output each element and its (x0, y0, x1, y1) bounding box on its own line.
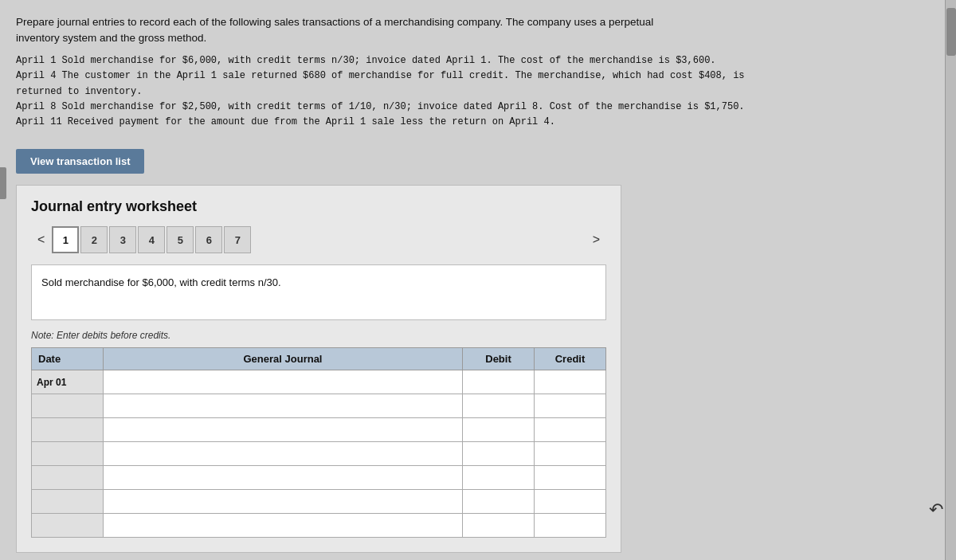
tab-2[interactable]: 2 (80, 226, 108, 253)
debit-input-4[interactable] (468, 448, 529, 460)
col-credit: Credit (535, 348, 606, 370)
credit-cell-2[interactable] (535, 394, 606, 418)
transaction-description: Sold merchandise for $6,000, with credit… (31, 264, 606, 320)
cursor-icon: ↶ (929, 499, 943, 520)
table-row (32, 442, 606, 466)
journal-cell-3[interactable] (104, 418, 463, 442)
debit-cell-4[interactable] (463, 442, 535, 466)
left-accent (0, 167, 6, 199)
journal-input-4[interactable] (108, 448, 457, 460)
instructions-block: Prepare journal entries to record each o… (16, 14, 940, 130)
instruction-line-1: April 1 Sold merchandise for $6,000, wit… (16, 53, 940, 130)
credit-input-5[interactable] (539, 472, 601, 484)
col-debit: Debit (463, 348, 535, 370)
tab-5[interactable]: 5 (167, 226, 194, 253)
credit-cell-7[interactable] (535, 514, 606, 538)
debit-input-7[interactable] (468, 520, 529, 531)
debit-cell-6[interactable] (463, 490, 535, 514)
worksheet-title: Journal entry worksheet (31, 198, 606, 215)
table-row (32, 490, 606, 514)
tabs-row: < 1 2 3 4 5 6 7 > (31, 226, 606, 253)
tab-6[interactable]: 6 (195, 226, 222, 253)
journal-input-1[interactable] (108, 377, 457, 388)
note-text: Note: Enter debits before credits. (31, 330, 606, 341)
journal-input-3[interactable] (108, 425, 457, 436)
journal-cell-1[interactable] (104, 370, 463, 394)
col-general-journal: General Journal (104, 348, 463, 370)
journal-input-7[interactable] (108, 520, 457, 531)
date-cell-5 (32, 466, 104, 490)
credit-input-7[interactable] (539, 520, 601, 531)
tab-prev-arrow[interactable]: < (31, 229, 51, 250)
date-cell-4 (32, 442, 104, 466)
tab-3[interactable]: 3 (109, 226, 136, 253)
journal-cell-4[interactable] (104, 442, 463, 466)
table-row: Apr 01 (32, 370, 606, 394)
table-row (32, 514, 606, 538)
date-cell-2 (32, 394, 104, 418)
credit-cell-3[interactable] (535, 418, 606, 442)
debit-cell-7[interactable] (463, 514, 535, 538)
debit-input-3[interactable] (468, 425, 529, 436)
journal-table: Date General Journal Debit Credit Apr 01 (31, 347, 606, 538)
journal-input-2[interactable] (108, 401, 457, 412)
journal-cell-7[interactable] (104, 514, 463, 538)
credit-input-4[interactable] (539, 448, 601, 460)
instructions-title: Prepare journal entries to record each o… (16, 14, 940, 45)
col-date: Date (32, 348, 104, 370)
tab-next-arrow[interactable]: > (586, 229, 606, 250)
debit-input-5[interactable] (468, 472, 529, 484)
credit-cell-1[interactable] (535, 370, 606, 394)
debit-cell-2[interactable] (463, 394, 535, 418)
table-row (32, 394, 606, 418)
debit-input-1[interactable] (468, 377, 529, 388)
debit-cell-3[interactable] (463, 418, 535, 442)
credit-input-1[interactable] (539, 377, 601, 388)
tab-7[interactable]: 7 (224, 226, 251, 253)
page-wrapper: Prepare journal entries to record each o… (0, 0, 956, 560)
credit-input-2[interactable] (539, 401, 601, 412)
scrollbar-thumb[interactable] (946, 8, 956, 56)
debit-cell-5[interactable] (463, 466, 535, 490)
credit-input-6[interactable] (539, 496, 601, 507)
tab-4[interactable]: 4 (138, 226, 165, 253)
journal-entry-worksheet: Journal entry worksheet < 1 2 3 4 5 6 7 … (16, 185, 621, 553)
table-row (32, 466, 606, 490)
view-transaction-list-button[interactable]: View transaction list (16, 149, 144, 174)
date-cell-1: Apr 01 (32, 370, 104, 394)
tab-1[interactable]: 1 (52, 226, 79, 253)
date-cell-7 (32, 514, 104, 538)
credit-cell-5[interactable] (535, 466, 606, 490)
journal-input-5[interactable] (108, 472, 457, 484)
date-cell-6 (32, 490, 104, 514)
credit-cell-4[interactable] (535, 442, 606, 466)
journal-cell-2[interactable] (104, 394, 463, 418)
table-row (32, 418, 606, 442)
date-cell-3 (32, 418, 104, 442)
journal-cell-5[interactable] (104, 466, 463, 490)
journal-input-6[interactable] (108, 496, 457, 507)
debit-input-6[interactable] (468, 496, 529, 507)
journal-cell-6[interactable] (104, 490, 463, 514)
credit-input-3[interactable] (539, 425, 601, 436)
debit-input-2[interactable] (468, 401, 529, 412)
scrollbar-track[interactable] (945, 0, 956, 560)
credit-cell-6[interactable] (535, 490, 606, 514)
debit-cell-1[interactable] (463, 370, 535, 394)
